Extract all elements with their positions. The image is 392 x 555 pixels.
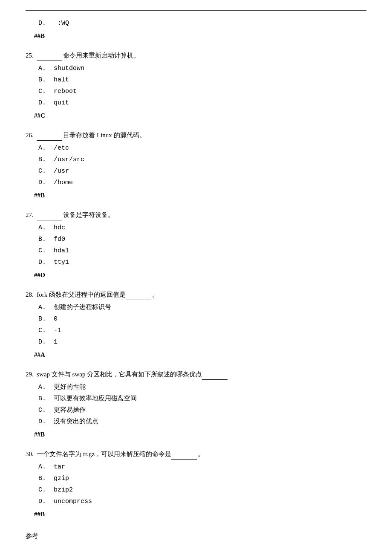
question-25: 25. 命令用来重新启动计算机。A. shutdownB. haltC. reb…	[26, 50, 366, 121]
question-blank	[171, 449, 197, 460]
option-letter: C.	[38, 327, 46, 334]
question-text-after: 。	[152, 291, 159, 298]
question-29-option-b: B. 可以更有效率地应用磁盘空间	[38, 394, 366, 404]
option-letter: D.	[38, 99, 46, 107]
question-28: 28. fork 函数在父进程中的返回值是 。A. 创建的子进程标识号B. 0C…	[26, 289, 366, 360]
question-text-before: 一个文件名字为 rr.gz，可以用来解压缩的命令是	[37, 451, 171, 457]
option-letter: B.	[38, 395, 46, 402]
question-26-option-b: B. /usr/src	[38, 155, 366, 165]
question-25-option-b: B. halt	[38, 75, 366, 85]
question-28-option-d: D. 1	[38, 337, 366, 347]
option-letter: C.	[38, 247, 46, 254]
question-28-option-c: C. -1	[38, 326, 366, 336]
option-letter: A.	[38, 463, 46, 471]
option-letter: A.	[38, 384, 46, 391]
question-26: 26. 目录存放着 Linux 的源代码。A. /etcB. /usr/srcC…	[26, 130, 366, 200]
question-30-text: 30. 一个文件名字为 rr.gz，可以用来解压缩的命令是 。	[26, 449, 366, 460]
option-letter: D.	[38, 338, 46, 346]
option-text: hdc	[54, 224, 65, 231]
question-blank	[37, 50, 62, 61]
option-text: quit	[54, 99, 69, 107]
option-letter: B.	[38, 236, 46, 243]
question-number: 30.	[26, 451, 34, 457]
option-text: tar	[54, 463, 65, 471]
question-blank	[126, 289, 151, 300]
option-text: -1	[54, 327, 61, 334]
option-letter: A.	[38, 304, 46, 311]
prev-answer-mark: ##B	[34, 31, 366, 41]
questions-container: 25. 命令用来重新启动计算机。A. shutdownB. haltC. reb…	[26, 50, 366, 519]
prev-option-d: D. :WQ	[38, 18, 366, 29]
question-25-option-c: C. reboot	[38, 87, 366, 97]
question-27-answer: ##D	[34, 270, 366, 280]
question-number: 25.	[26, 52, 34, 59]
question-25-answer: ##C	[34, 110, 366, 121]
question-28-option-b: B. 0	[38, 314, 366, 324]
question-text-after: 目录存放着 Linux 的源代码。	[63, 132, 145, 139]
option-text: 创建的子进程标识号	[54, 304, 111, 311]
option-letter: D.	[38, 259, 46, 266]
question-26-option-d: D. /home	[38, 178, 366, 188]
option-letter: A.	[38, 145, 46, 152]
option-text: /usr	[54, 168, 69, 175]
option-text: 更容易操作	[54, 407, 86, 414]
question-28-answer: ##A	[34, 350, 366, 360]
question-text-after: 设备是字符设备。	[63, 211, 114, 218]
question-blank	[37, 210, 62, 220]
question-25-option-a: A. shutdown	[38, 64, 366, 74]
question-blank	[202, 369, 228, 380]
option-letter: D.	[38, 498, 46, 505]
question-26-answer: ##B	[34, 190, 366, 200]
question-number: 28.	[26, 291, 34, 298]
option-letter: D.	[38, 179, 46, 186]
question-27-option-d: D. tty1	[38, 257, 366, 268]
option-letter: C.	[38, 88, 46, 95]
question-27-option-c: C. hda1	[38, 246, 366, 256]
prev-option-d-letter: D.	[38, 20, 46, 27]
question-27-text: 27. 设备是字符设备。	[26, 210, 366, 220]
option-letter: A.	[38, 65, 46, 72]
question-27-option-b: B. fd0	[38, 234, 366, 245]
question-text-before: swap 文件与 swap 分区相比，它具有如下所叙述的哪条优点	[37, 371, 202, 378]
option-text: fd0	[54, 236, 65, 243]
question-29-text: 29. swap 文件与 swap 分区相比，它具有如下所叙述的哪条优点	[26, 369, 366, 380]
question-29: 29. swap 文件与 swap 分区相比，它具有如下所叙述的哪条优点 A. …	[26, 369, 366, 439]
option-text: /home	[54, 179, 73, 186]
option-text: 0	[54, 315, 58, 323]
option-letter: C.	[38, 168, 46, 175]
option-text: halt	[54, 76, 69, 84]
question-text-after: 。	[198, 451, 204, 457]
footer-text: 参考	[26, 532, 366, 540]
question-blank	[37, 130, 62, 141]
option-text: 更好的性能	[54, 384, 86, 391]
question-25-text: 25. 命令用来重新启动计算机。	[26, 50, 366, 61]
question-text-before: fork 函数在父进程中的返回值是	[37, 291, 126, 298]
option-text: uncompress	[54, 498, 92, 505]
prev-question-tail: D. :WQ ##B	[26, 18, 366, 41]
question-30-option-c: C. bzip2	[38, 485, 366, 495]
question-28-option-a: A. 创建的子进程标识号	[38, 303, 366, 313]
option-letter: D.	[38, 418, 46, 425]
option-text: bzip2	[54, 486, 73, 494]
question-26-text: 26. 目录存放着 Linux 的源代码。	[26, 130, 366, 141]
option-text: shutdown	[54, 65, 84, 72]
question-30: 30. 一个文件名字为 rr.gz，可以用来解压缩的命令是 。A. tarB. …	[26, 449, 366, 519]
question-28-text: 28. fork 函数在父进程中的返回值是 。	[26, 289, 366, 300]
option-text: /usr/src	[54, 156, 84, 163]
question-29-answer: ##B	[34, 429, 366, 439]
option-letter: B.	[38, 315, 46, 323]
question-number: 26.	[26, 132, 34, 139]
option-text: 可以更有效率地应用磁盘空间	[54, 395, 137, 402]
question-27-option-a: A. hdc	[38, 223, 366, 233]
option-text: tty1	[54, 259, 69, 266]
option-text: hda1	[54, 247, 69, 254]
question-text-after: 命令用来重新启动计算机。	[63, 52, 140, 59]
option-letter: C.	[38, 407, 46, 414]
question-30-option-d: D. uncompress	[38, 497, 366, 507]
question-25-option-d: D. quit	[38, 98, 366, 108]
option-text: reboot	[54, 88, 77, 95]
question-30-answer: ##B	[34, 509, 366, 519]
top-divider	[26, 10, 366, 11]
option-letter: B.	[38, 156, 46, 163]
option-text: 没有突出的优点	[54, 418, 98, 425]
